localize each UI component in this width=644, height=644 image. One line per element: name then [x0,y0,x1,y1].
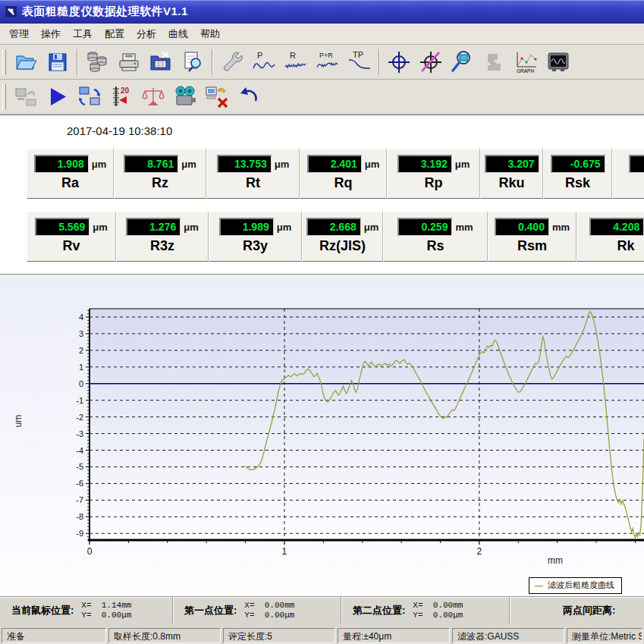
svg-text:2: 2 [477,546,482,557]
legend-line-sample: — [535,581,543,590]
lcd-display: 1.989 [219,218,274,236]
measurement-panel-r3y: 1.989μm R3y [209,212,302,262]
menu-analysis[interactable]: 分析 [130,25,162,43]
window-title: 表面粗糙度仪数据处理软件V1.1 [22,5,188,19]
menu-manage[interactable]: 管理 [3,25,35,43]
param-label: Rsk [544,175,611,191]
point2-x-value: 0.00mm [433,601,463,610]
measurement-panel-rp: 3.192μm Rp [387,149,480,199]
param-label: R3z [117,238,208,254]
menu-help[interactable]: 帮助 [194,25,226,43]
measurement-panel-rku: 3.207 Rku [480,149,543,199]
toolbar-gripper[interactable] [2,49,6,75]
svg-text:-8: -8 [76,512,83,521]
measurement-row-2: 5.569μm Rv 1.276μm R3z 1.989μm R3y 2.668… [27,212,644,262]
svg-text:1: 1 [282,546,287,557]
unit-label: μm [365,159,380,170]
unit-label: μm [93,221,108,233]
print-preview-button[interactable] [177,47,209,77]
calibrate-scale-button[interactable] [137,82,169,112]
point2-position-label: 第二点位置: [353,604,405,617]
svg-text:0: 0 [87,546,93,557]
measurement-panel-rk: 4.208μm Rk [576,212,644,262]
excel-export-button[interactable] [145,47,177,77]
measurement-panel-rsm: 0.400mm Rsm [488,212,576,262]
measurement-panel-rs: 0.259mm Rs [383,212,488,262]
measurement-area: 2017-04-19 10:38:10 1.908μm Ra 8.761μm R… [0,115,644,274]
tp-curve-button[interactable]: TP [344,47,375,77]
r-curve-button[interactable]: R [280,47,312,77]
svg-text:TP: TP [353,50,363,59]
disconnect-icon [205,85,229,109]
y-axis-label: um [13,415,24,428]
crosshair-button[interactable] [383,47,415,77]
lcd-display: 5.569 [35,218,90,236]
svg-text:P+R: P+R [319,52,333,59]
print-save-button[interactable] [113,47,145,77]
start-measure-button[interactable] [42,82,74,112]
p-plus-r-curve-button[interactable]: P+R [312,47,344,77]
undo-button[interactable] [233,82,265,112]
data-transfer-button[interactable] [74,82,105,112]
unit-label: μm [92,159,107,170]
oscilloscope-button[interactable] [542,47,574,77]
svg-text:-5: -5 [76,462,83,471]
roughness-chart-area[interactable]: 43210-1-2-3-4-5-6-7-8-9012 um mm — 滤波后粗糙… [0,274,644,596]
measurement-panel-rv: 5.569μm Rv [27,212,116,262]
position-bar: 当前鼠标位置: X= 1.14mm Y= 0.00μm 第一点位置: X= 0.… [0,596,644,624]
menu-curve[interactable]: 曲线 [162,25,194,43]
crosshair-cancel-button[interactable] [415,47,447,77]
measurement-panel-r3z: 1.276μm R3z [116,212,209,262]
point2-y-value: 0.00μm [433,611,463,620]
disconnect-button[interactable] [201,82,233,112]
svg-text:1: 1 [79,363,83,372]
save-file-button[interactable] [42,47,74,77]
measurement-panel-rsk: -0.675 Rsk [543,149,612,199]
oscilloscope-icon [546,50,570,74]
roughness-chart-svg[interactable]: 43210-1-2-3-4-5-6-7-8-9012 [0,275,644,597]
param-label: R3y [209,238,301,254]
svg-text:2: 2 [79,346,83,355]
lcd-display: 0.259 [397,218,452,236]
mouse-y-value: 0.00μm [102,611,132,620]
zoom-view-button[interactable] [447,47,479,77]
lcd-display: 1.276 [126,218,181,236]
open-file-icon [14,50,38,74]
undo-icon [237,85,261,109]
point2-position-values: X= 0.00mm Y= 0.00μm [413,601,463,620]
record-camera-button[interactable] [169,82,201,112]
excel-export-icon [149,50,173,74]
measurement-panel-rz: 8.761μm Rz [114,149,206,199]
chart-legend: — 滤波后粗糙度曲线 [529,577,622,594]
measurement-panel-ra: 1.908μm Ra [27,149,114,199]
database-export-button[interactable] [81,47,113,77]
unit-label: μm [184,221,199,233]
param-label: Ra [27,175,113,191]
p-curve-button[interactable]: P [248,47,280,77]
measurement-panel-partial: R [612,149,644,199]
graph-view-button[interactable]: GRAPH [510,47,542,77]
title-bar[interactable]: 表面粗糙度仪数据处理软件V1.1 [0,0,644,24]
menu-config[interactable]: 配置 [99,25,130,43]
range-ruler-button[interactable]: 20 [105,82,137,112]
svg-text:R: R [290,51,296,60]
wrench-settings-button[interactable] [216,47,248,77]
comm-disabled-button[interactable] [10,82,42,112]
param-label: Rs [384,238,487,254]
menu-bar: 管理 操作 工具 配置 分析 曲线 帮助 [0,24,644,45]
status-bar: 准备 取样长度:0.8mm 评定长度:5 量程:±40μm 滤波器:GAUSS … [0,624,644,644]
unit-label: μm [181,159,196,170]
unit-label: μm [277,221,292,233]
lcd-display: 8.761 [124,155,178,173]
print-preview-icon [181,50,205,74]
menu-operate[interactable]: 操作 [35,25,67,43]
point1-position-values: X= 0.00mm Y= 0.00μm [244,601,294,620]
toolbar-gripper[interactable] [2,84,6,110]
toolbar-separator [77,49,78,75]
status-range: 量程:±40μm [338,628,450,643]
menu-tools[interactable]: 工具 [67,25,99,43]
p-curve-icon: P [252,50,276,74]
open-file-button[interactable] [10,47,42,77]
param-label: Rz [115,175,206,191]
disabled-tool-button[interactable] [479,47,510,77]
